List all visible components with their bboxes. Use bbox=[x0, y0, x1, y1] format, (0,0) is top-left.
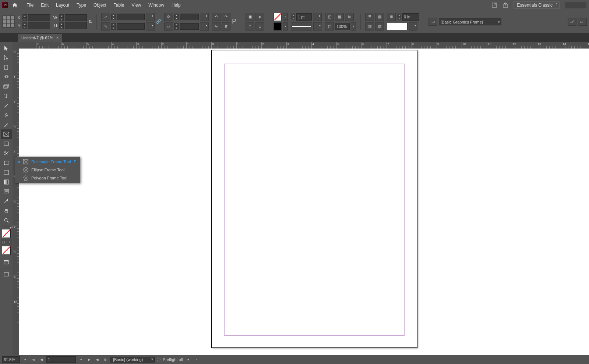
rotate-stepper[interactable]: ▴▾ bbox=[174, 14, 179, 20]
rotate-button[interactable]: ⟳ bbox=[164, 13, 173, 21]
shear-button[interactable]: ▱ bbox=[164, 22, 173, 31]
apply-text-button[interactable]: T bbox=[7, 239, 12, 245]
next-object-button[interactable]: ⤓ bbox=[255, 22, 264, 31]
content-collector-tool[interactable] bbox=[1, 82, 12, 91]
scale-link-icon[interactable]: 🔗 bbox=[156, 19, 161, 24]
page-dropdown-icon[interactable]: ▾ bbox=[78, 357, 84, 363]
first-page-button[interactable]: ⏮ bbox=[30, 357, 36, 363]
reference-point-grid[interactable] bbox=[2, 15, 15, 28]
preflight-dropdown-icon[interactable]: ▾ bbox=[185, 357, 191, 363]
free-transform-tool[interactable] bbox=[1, 158, 12, 168]
sync-icon[interactable] bbox=[491, 2, 497, 8]
flyout-polygon-frame[interactable]: Polygon Frame Tool bbox=[15, 174, 80, 182]
fit-frame-button[interactable]: ⊞ bbox=[387, 13, 396, 21]
effects-button[interactable]: fx bbox=[345, 13, 354, 21]
fill-color-well[interactable] bbox=[2, 229, 11, 238]
constrain-icon[interactable]: ⇅ bbox=[88, 19, 92, 24]
rotate-cw-button[interactable]: ↷ bbox=[222, 13, 230, 21]
document-canvas[interactable]: 7654321012345678910111213141516 01234567… bbox=[13, 42, 589, 355]
new-style-button[interactable]: ▭⁺ bbox=[568, 18, 576, 26]
w-input[interactable] bbox=[65, 14, 87, 21]
rectangle-frame-tool[interactable] bbox=[1, 129, 12, 139]
zoom-tool[interactable] bbox=[1, 215, 12, 225]
scale-x-input[interactable] bbox=[117, 14, 145, 20]
h-stepper[interactable]: ▴▾ bbox=[59, 22, 64, 29]
gradient-swatch-tool[interactable] bbox=[1, 168, 12, 177]
transparency-button[interactable]: ▦ bbox=[335, 13, 344, 21]
shear-stepper[interactable]: ▴▾ bbox=[174, 23, 179, 30]
gradient-feather-tool[interactable] bbox=[1, 177, 12, 187]
w-stepper[interactable]: ▴▾ bbox=[59, 14, 64, 21]
menu-view[interactable]: View bbox=[128, 0, 145, 10]
hand-tool[interactable] bbox=[1, 206, 12, 215]
ruler-origin-button[interactable] bbox=[13, 42, 19, 49]
zoom-dropdown-icon[interactable]: ▾ bbox=[22, 357, 28, 363]
object-style-icon[interactable]: ▭ bbox=[428, 18, 437, 26]
menu-help[interactable]: Help bbox=[168, 0, 184, 10]
menu-edit[interactable]: Edit bbox=[37, 0, 52, 10]
prev-object-button[interactable]: ⤒ bbox=[246, 22, 254, 31]
rotate-dropdown[interactable] bbox=[200, 13, 209, 21]
scale-y-input[interactable] bbox=[117, 23, 145, 30]
select-container-button[interactable]: ▣ bbox=[246, 13, 254, 21]
line-tool[interactable] bbox=[1, 101, 12, 110]
wrap-next-button[interactable]: ▨ bbox=[375, 22, 384, 31]
rotate-input[interactable] bbox=[180, 14, 199, 20]
scale-x-button[interactable]: ⤢ bbox=[101, 13, 110, 21]
close-tab-icon[interactable]: × bbox=[56, 35, 59, 40]
menu-type[interactable]: Type bbox=[73, 0, 90, 10]
direct-selection-tool[interactable] bbox=[1, 53, 12, 63]
stroke-style-button[interactable] bbox=[291, 22, 312, 31]
open-bridge-icon[interactable]: ⊕ bbox=[102, 357, 108, 363]
menu-file[interactable]: File bbox=[23, 0, 37, 10]
offset-stepper[interactable]: ▴▾ bbox=[397, 14, 401, 20]
home-icon[interactable] bbox=[12, 3, 18, 8]
selection-tool[interactable] bbox=[1, 43, 12, 53]
shear-input[interactable] bbox=[180, 23, 199, 30]
select-content-button[interactable]: ◈ bbox=[255, 13, 264, 21]
vertical-ruler[interactable]: 012345678910 bbox=[13, 49, 19, 355]
scale-y-dropdown[interactable] bbox=[146, 22, 155, 31]
color-proxy[interactable]: ⇄ bbox=[2, 228, 11, 238]
stroke-weight-dropdown[interactable] bbox=[313, 13, 322, 21]
share-icon[interactable] bbox=[502, 2, 508, 8]
stroke-popup-button[interactable]: › bbox=[283, 22, 288, 31]
horizontal-ruler[interactable]: 7654321012345678910111213141516 bbox=[19, 42, 589, 49]
next-page-button[interactable]: ▶ bbox=[86, 357, 92, 363]
scale-x-dropdown[interactable] bbox=[146, 13, 155, 21]
menu-object[interactable]: Object bbox=[90, 0, 110, 10]
default-colors-well[interactable] bbox=[2, 246, 11, 255]
screen-mode-button[interactable] bbox=[1, 257, 12, 267]
x-stepper[interactable]: ▴▾ bbox=[22, 14, 27, 21]
offset-input[interactable] bbox=[402, 13, 419, 21]
opacity-popup-button[interactable]: › bbox=[351, 22, 356, 31]
view-options-button[interactable] bbox=[1, 270, 12, 279]
fill-popup-button[interactable]: › bbox=[283, 13, 288, 21]
flip-h-button[interactable]: ⇋ bbox=[212, 22, 221, 31]
pen-tool[interactable] bbox=[1, 110, 12, 120]
color-profile-dropdown[interactable]: [Basic] (working) bbox=[110, 357, 155, 363]
swatch-dropdown[interactable] bbox=[409, 22, 417, 31]
workspace-switcher[interactable]: Essentials Classic bbox=[514, 1, 560, 9]
stroke-swatch[interactable] bbox=[274, 22, 282, 31]
flyout-rectangle-frame[interactable]: ■ Rectangle Frame Tool F bbox=[15, 158, 80, 166]
wrap-jump-button[interactable]: ▥ bbox=[365, 22, 374, 31]
stroke-weight-input[interactable] bbox=[296, 13, 312, 21]
object-style-dropdown[interactable]: [Basic Graphics Frame] bbox=[439, 18, 501, 25]
wrap-around-button[interactable]: ▤ bbox=[375, 13, 384, 21]
flyout-ellipse-frame[interactable]: Ellipse Frame Tool bbox=[15, 166, 80, 174]
scale-y-button[interactable]: ⤡ bbox=[101, 22, 110, 31]
search-box[interactable] bbox=[565, 1, 587, 9]
pencil-tool[interactable] bbox=[1, 120, 12, 129]
eyedropper-tool[interactable] bbox=[1, 196, 12, 206]
color-swatch-box[interactable] bbox=[387, 23, 408, 30]
page[interactable] bbox=[211, 50, 417, 348]
menu-window[interactable]: Window bbox=[145, 0, 168, 10]
fill-swatch[interactable] bbox=[274, 13, 282, 21]
errors-nav-button[interactable]: ‹ bbox=[193, 357, 199, 363]
rotate-ccw-button[interactable]: ↶ bbox=[212, 13, 221, 21]
clear-overrides-button[interactable]: ▭⁻ bbox=[578, 18, 587, 26]
stroke-weight-stepper[interactable]: ▴▾ bbox=[291, 14, 295, 20]
zoom-input[interactable] bbox=[2, 356, 20, 363]
type-tool[interactable]: T bbox=[1, 91, 12, 101]
